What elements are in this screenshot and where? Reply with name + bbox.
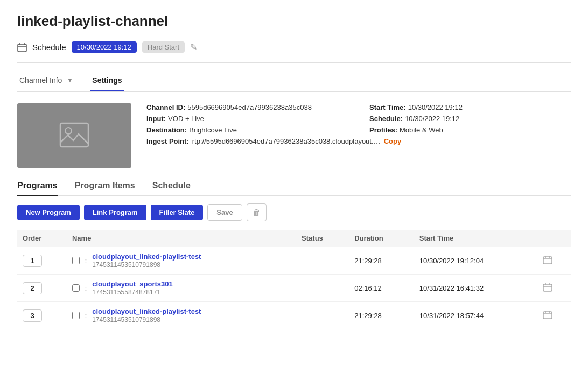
cell-calendar — [537, 247, 571, 275]
channel-id-row: Channel ID: 5595d66969054ed7a79936238a35… — [146, 103, 348, 111]
filler-slate-button[interactable]: Filler Slate — [151, 205, 204, 220]
order-badge: 2 — [23, 282, 42, 294]
schedule-info-label: Schedule: — [369, 115, 403, 123]
cell-status — [296, 247, 349, 275]
svg-rect-0 — [18, 44, 26, 52]
table-row: 2 :: cloudplayout_sports301 174531155587… — [17, 275, 571, 302]
trash-icon: 🗑 — [253, 208, 261, 217]
start-time-value: 10/30/2022 19:12 — [408, 103, 463, 111]
order-badge: 1 — [23, 255, 42, 267]
destination-row: Destination: Brightcove Live — [146, 126, 348, 134]
action-bar: New Program Link Program Filler Slate Sa… — [17, 203, 571, 221]
cell-start-time: 10/30/2022 19:12:04 — [414, 247, 537, 275]
svg-rect-14 — [543, 312, 552, 319]
col-start-time: Start Time — [414, 230, 537, 247]
start-time-row: Start Time: 10/30/2022 19:12 — [369, 103, 571, 111]
channel-info-grid: Channel ID: 5595d66969054ed7a79936238a35… — [146, 103, 571, 168]
duration-value: 21:29:28 — [354, 257, 382, 265]
start-time-value: 10/31/2022 18:57:44 — [419, 312, 484, 320]
programs-table: Order Name Status Duration Start Time 1 … — [17, 230, 571, 329]
calendar-row-icon[interactable] — [543, 285, 552, 294]
channel-thumbnail — [17, 103, 131, 168]
svg-point-5 — [65, 128, 72, 134]
tab-programs[interactable]: Programs — [17, 181, 58, 196]
cell-status — [296, 302, 349, 329]
destination-value: Brightcove Live — [189, 126, 237, 134]
tab-schedule[interactable]: Schedule — [152, 181, 191, 196]
profiles-row: Profiles: Mobile & Web — [369, 126, 571, 134]
channel-id-value: 5595d66969054ed7a79936238a35c038 — [187, 103, 312, 111]
input-label: Input: — [146, 115, 166, 123]
new-program-button[interactable]: New Program — [17, 205, 80, 220]
svg-rect-4 — [60, 123, 88, 147]
tab-channel-info[interactable]: Channel Info ▼ — [17, 72, 75, 91]
svg-rect-10 — [543, 284, 552, 291]
cell-name: :: cloudplayout_sports301 17453115558748… — [67, 275, 296, 302]
program-name-link[interactable]: cloudplayout_sports301 — [92, 280, 173, 288]
row-checkbox[interactable] — [72, 257, 80, 264]
ingest-point-row: Ingest Point: rtp://5595d66969054ed7a799… — [146, 137, 571, 145]
link-program-button[interactable]: Link Program — [84, 205, 146, 220]
edit-icon[interactable]: ✎ — [190, 42, 197, 52]
cell-calendar — [537, 275, 571, 302]
start-time-value: 10/31/2022 16:41:32 — [419, 284, 484, 292]
cell-order: 2 — [17, 275, 67, 302]
tab-settings[interactable]: Settings — [90, 72, 124, 91]
profiles-label: Profiles: — [369, 126, 397, 134]
calendar-icon — [17, 43, 27, 52]
destination-label: Destination: — [146, 126, 187, 134]
program-id: 1745311555874878171 — [92, 288, 160, 296]
schedule-info-value: 10/30/2022 19:12 — [405, 115, 459, 123]
svg-rect-6 — [543, 257, 552, 264]
schedule-bar: Schedule 10/30/2022 19:12 Hard Start ✎ — [17, 41, 571, 53]
cell-duration: 21:29:28 — [349, 302, 414, 329]
calendar-row-icon[interactable] — [543, 312, 552, 321]
cell-duration: 21:29:28 — [349, 247, 414, 275]
tab-program-items[interactable]: Program Items — [75, 181, 135, 196]
drag-handle-icon[interactable]: :: — [84, 284, 88, 292]
input-value: VOD + Live — [168, 115, 204, 123]
col-order: Order — [17, 230, 67, 247]
duration-value: 21:29:28 — [354, 312, 382, 320]
schedule-label: Schedule — [32, 43, 66, 52]
chevron-down-icon: ▼ — [67, 77, 73, 83]
row-checkbox[interactable] — [72, 312, 80, 319]
table-row: 3 :: cloudplayout_linked-playlist-test 1… — [17, 302, 571, 329]
drag-handle-icon[interactable]: :: — [84, 257, 88, 265]
col-duration: Duration — [349, 230, 414, 247]
start-time-value: 10/30/2022 19:12:04 — [419, 257, 484, 265]
row-checkbox[interactable] — [72, 284, 80, 292]
programs-tabs: Programs Program Items Schedule — [17, 181, 571, 196]
content-area: Channel ID: 5595d66969054ed7a79936238a35… — [17, 103, 571, 168]
divider — [17, 62, 571, 63]
drag-handle-icon[interactable]: :: — [84, 312, 88, 320]
cell-start-time: 10/31/2022 16:41:32 — [414, 275, 537, 302]
schedule-row: Schedule: 10/30/2022 19:12 — [369, 115, 571, 123]
page-title: linked-playlist-channel — [17, 13, 571, 30]
col-status: Status — [296, 230, 349, 247]
cell-duration: 02:16:12 — [349, 275, 414, 302]
program-name-link[interactable]: cloudplayout_linked-playlist-test — [92, 252, 201, 261]
duration-value: 02:16:12 — [354, 284, 382, 292]
copy-button[interactable]: Copy — [384, 137, 402, 145]
input-row: Input: VOD + Live — [146, 115, 348, 123]
program-name-link[interactable]: cloudplayout_linked-playlist-test — [92, 307, 201, 315]
table-body: 1 :: cloudplayout_linked-playlist-test 1… — [17, 247, 571, 329]
ingest-point-label: Ingest Point: — [146, 137, 189, 145]
cell-order: 1 — [17, 247, 67, 275]
delete-button[interactable]: 🗑 — [247, 203, 267, 221]
calendar-row-icon[interactable] — [543, 257, 552, 266]
cell-status — [296, 275, 349, 302]
tabs-bar: Channel Info ▼ Settings — [17, 72, 571, 92]
table-row: 1 :: cloudplayout_linked-playlist-test 1… — [17, 247, 571, 275]
ingest-point-value: rtp://5595d66969054ed7a79936238a35c038.c… — [192, 137, 381, 145]
cell-calendar — [537, 302, 571, 329]
schedule-date-badge[interactable]: 10/30/2022 19:12 — [72, 41, 137, 53]
channel-id-label: Channel ID: — [146, 103, 185, 111]
save-button[interactable]: Save — [207, 204, 242, 221]
profiles-value: Mobile & Web — [400, 126, 443, 134]
cell-order: 3 — [17, 302, 67, 329]
cell-name: :: cloudplayout_linked-playlist-test 174… — [67, 302, 296, 329]
program-id: 1745311453510791898 — [92, 261, 160, 269]
cell-start-time: 10/31/2022 18:57:44 — [414, 302, 537, 329]
